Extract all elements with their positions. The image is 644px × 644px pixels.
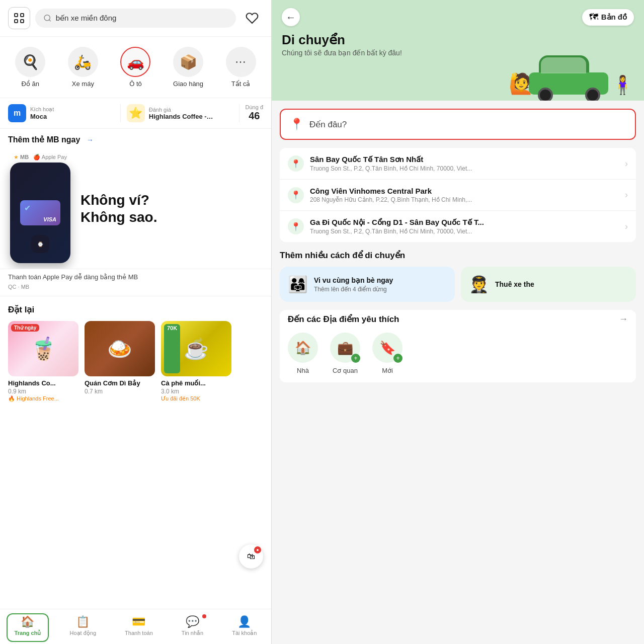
transport-driver-icon: 🧑‍✈️: [469, 275, 489, 294]
favorites-button[interactable]: [241, 7, 263, 29]
dat-lai-section: Đặt lại Thứ ngày 🧋 Highlands Co... 0.9 k…: [0, 296, 271, 609]
scan-button[interactable]: [8, 7, 30, 29]
food-card-name-2: Cà phê muối...: [161, 379, 231, 387]
transport-card-rent[interactable]: 🧑‍✈️ Thuê xe the: [461, 267, 636, 302]
nav-trang-chu[interactable]: 🏠 Trang chủ: [7, 613, 49, 642]
recent-locations: 📍 Sân Bay Quốc Tế Tân Sơn Nhất Truong So…: [280, 148, 636, 242]
fav-section-arrow[interactable]: →: [619, 314, 628, 325]
svg-point-7: [44, 15, 50, 21]
nav-thanh-toan[interactable]: 💳 Thanh toán: [117, 613, 161, 642]
message-notification-dot: [202, 614, 206, 618]
promo-moca-value: Moca: [30, 113, 96, 120]
location-item-1[interactable]: 📍 Công Viên Vinhomes Central Park 208 Ng…: [280, 180, 636, 211]
tat-ca-icon: ⋯: [226, 47, 256, 77]
category-o-to[interactable]: 🚗 Ô tô: [116, 45, 154, 90]
nav-tai-khoan[interactable]: 👤 Tài khoản: [224, 613, 265, 642]
right-panel: ← 🗺 Bản đồ Di chuyển Chúng tôi sẽ đưa bạ…: [272, 0, 644, 644]
transport-card-text-1: Thuê xe the: [495, 280, 534, 288]
o-to-icon: 🚗: [120, 47, 150, 77]
food-card-img-2: 70K ☕: [161, 321, 231, 376]
food-cards-row: Thứ ngày 🧋 Highlands Co... 0.9 km 🔥 High…: [8, 321, 263, 402]
location-text-2: Ga Đi Quốc Nội - Cổng D1 - Sân Bay Quốc …: [310, 218, 619, 235]
location-text-1: Công Viên Vinhomes Central Park 208 Nguy…: [310, 187, 619, 203]
activity-icon: 📋: [76, 615, 90, 628]
nav-hoat-dong[interactable]: 📋 Hoạt động: [61, 613, 104, 642]
food-card-dist-1: 0.7 km: [85, 388, 155, 395]
car-body: [529, 55, 609, 96]
o-to-label: Ô tô: [129, 80, 142, 88]
nav-thanh-toan-label: Thanh toán: [125, 630, 153, 636]
mb-banner: ★ MB 🍎 Apple Pay VISA ✔ ⌚ Không ví? Khôn…: [0, 148, 271, 269]
mb-caption: Thanh toán Apple Pay dễ dàng bằng thẻ MB: [0, 269, 271, 283]
food-card-2[interactable]: 70K ☕ Cà phê muối... 3.0 km Ưu đãi đến 5…: [161, 321, 231, 402]
promo-rating[interactable]: ⭐ Đánh giá Highlands Coffee - Ho...: [127, 104, 233, 122]
promo-moca-label: Kích hoạt: [30, 106, 114, 113]
dest-placeholder: Đến đâu?: [309, 119, 347, 130]
location-pin-icon-2: 📍: [288, 218, 304, 234]
category-tat-ca[interactable]: ⋯ Tất cả: [222, 45, 260, 90]
fav-item-moi[interactable]: 🔖 + Mới: [372, 333, 403, 374]
home-icon: 🏠: [21, 615, 34, 628]
dest-pin-icon: 📍: [290, 118, 303, 131]
fav-title: Đến các Địa điểm yêu thích: [288, 314, 399, 325]
location-item-0[interactable]: 📍 Sân Bay Quốc Tế Tân Sơn Nhất Truong So…: [280, 148, 636, 180]
location-name-0: Sân Bay Quốc Tế Tân Sơn Nhất: [310, 155, 619, 164]
do-an-icon: 🍳: [15, 47, 45, 77]
transport-card-text-0: Vi vu cùng bạn bè ngay Thêm lên đến 4 đi…: [314, 276, 393, 293]
dest-search[interactable]: 📍 Đến đâu?: [280, 109, 636, 140]
cart-fab[interactable]: 🛍 ●: [239, 544, 263, 569]
fav-header: Đến các Địa điểm yêu thích →: [288, 314, 628, 325]
svg-line-8: [49, 20, 51, 21]
do-an-label: Đồ ăn: [22, 80, 39, 88]
tat-ca-label: Tất cả: [231, 80, 251, 88]
search-container[interactable]: [35, 9, 236, 28]
nav-hoat-dong-label: Hoạt động: [69, 630, 96, 636]
svg-rect-0: [15, 14, 18, 17]
fav-home-icon: 🏠: [288, 333, 318, 363]
fav-item-co-quan[interactable]: 💼 + Cơ quan: [330, 333, 360, 374]
category-do-an[interactable]: 🍳 Đồ ăn: [11, 45, 49, 90]
promo-points[interactable]: Dùng đ 46: [246, 104, 263, 122]
map-button[interactable]: 🗺 Bản đồ: [582, 9, 634, 26]
svg-rect-2: [15, 20, 18, 23]
di-chuyen-title: Di chuyển: [282, 32, 634, 48]
fav-nha-label: Nhà: [297, 367, 309, 374]
right-header: ← 🗺 Bản đồ Di chuyển Chúng tôi sẽ đưa bạ…: [272, 0, 644, 101]
category-giao-hang[interactable]: 📦 Giao hàng: [169, 45, 207, 90]
back-arrow-icon: ←: [286, 12, 296, 23]
watch-illustration: ⌚: [31, 235, 49, 253]
giao-hang-label: Giao hàng: [173, 80, 203, 88]
categories-row: 🍳 Đồ ăn 🛵 Xe máy 🚗 Ô tô 📦 Giao hàng ⋯ Tấ…: [0, 37, 271, 98]
xe-may-icon: 🛵: [68, 47, 98, 77]
food-card-1[interactable]: 🍛 Quán Cơm Dì Bảy 0.7 km: [85, 321, 155, 402]
mb-banner-arrow[interactable]: →: [87, 136, 94, 144]
promo-moca[interactable]: m Kích hoạt Moca: [8, 104, 114, 122]
location-item-2[interactable]: 📍 Ga Đi Quốc Nội - Cổng D1 - Sân Bay Quố…: [280, 211, 636, 242]
location-pin-icon-1: 📍: [288, 187, 304, 203]
promo-points-value: 46: [246, 110, 263, 122]
category-xe-may[interactable]: 🛵 Xe máy: [64, 45, 102, 90]
location-addr-0: Truong Son St., P.2, Q.Tân Bình, Hồ Chí …: [310, 165, 619, 172]
right-header-top: ← 🗺 Bản đồ: [282, 8, 634, 26]
bottom-nav: 🏠 Trang chủ 📋 Hoạt động 💳 Thanh toán 💬 T…: [0, 609, 271, 644]
moca-icon: m: [8, 104, 26, 122]
back-button[interactable]: ←: [282, 8, 300, 26]
xe-may-label: Xe máy: [72, 80, 94, 88]
dat-lai-title: Đặt lại: [8, 304, 263, 315]
search-input[interactable]: [56, 14, 228, 23]
fav-new-icon: 🔖 +: [372, 333, 403, 363]
visa-text: VISA: [43, 216, 56, 222]
fav-item-nha[interactable]: 🏠 Nhà: [288, 333, 318, 374]
food-badge-0: Thứ ngày: [11, 324, 39, 332]
fav-moi-plus: +: [393, 354, 403, 363]
message-icon: 💬: [186, 615, 199, 628]
food-card-dist-0: 0.9 km: [8, 388, 78, 395]
promo-rating-label: Đánh giá: [149, 107, 233, 113]
food-card-0[interactable]: Thứ ngày 🧋 Highlands Co... 0.9 km 🔥 High…: [8, 321, 78, 402]
search-icon: [43, 14, 52, 23]
svg-rect-1: [21, 14, 24, 17]
nav-tin-nhan[interactable]: 💬 Tin nhắn: [174, 613, 211, 642]
transport-card-share[interactable]: 👨‍👩‍👧 Vi vu cùng bạn bè ngay Thêm lên đế…: [280, 267, 455, 302]
mb-banner-title: Thêm thẻ MB ngay: [8, 135, 80, 144]
account-icon: 👤: [237, 615, 251, 628]
